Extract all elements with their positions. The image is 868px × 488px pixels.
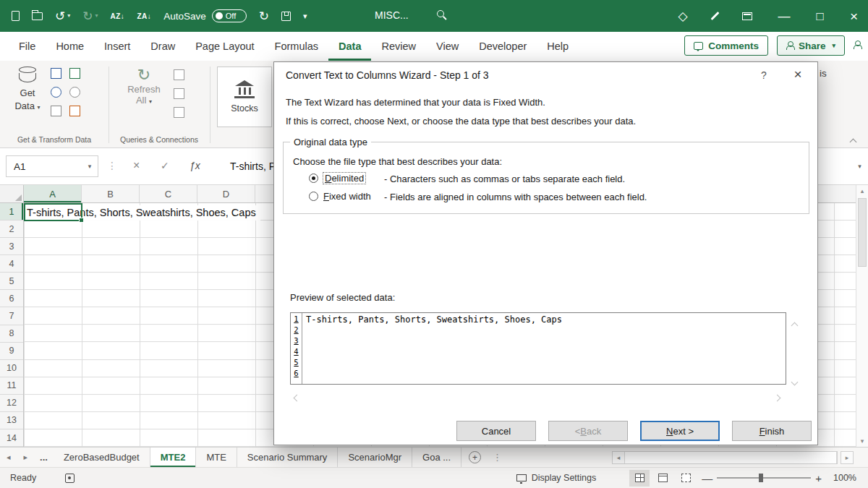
sort-ascending-button[interactable]: AZ↓ <box>111 12 125 20</box>
sheet-tab-scenariomgr[interactable]: ScenarioMgr <box>338 448 412 467</box>
select-all-corner[interactable] <box>0 185 24 202</box>
page-layout-view-button[interactable] <box>652 470 673 487</box>
get-data-button[interactable]: Get Data ▾ <box>7 67 48 132</box>
zoom-level[interactable]: 100% <box>833 473 856 483</box>
macro-record-icon[interactable] <box>65 474 75 483</box>
horizontal-scroll-thumb[interactable] <box>624 452 837 463</box>
normal-view-button[interactable] <box>629 470 650 487</box>
person-add-icon[interactable] <box>854 39 861 52</box>
row-header-11[interactable]: 11 <box>0 377 23 395</box>
undo-button[interactable]: ↺▾ <box>55 10 70 22</box>
vertical-scrollbar[interactable]: ▴ ▾ <box>856 185 868 447</box>
maximize-button[interactable]: □ <box>817 10 824 22</box>
autosave-control[interactable]: AutoSave Off <box>163 9 247 22</box>
preview-scroll-down-icon[interactable] <box>792 376 797 387</box>
row-header-2[interactable]: 2 <box>0 221 23 238</box>
cancel-button[interactable]: Cancel <box>456 421 536 441</box>
tab-home[interactable]: Home <box>46 32 94 61</box>
save-button[interactable] <box>281 12 291 21</box>
fixed-width-label[interactable]: Fixed width <box>323 191 371 202</box>
row-header-12[interactable]: 12 <box>0 395 23 412</box>
scroll-left-icon[interactable]: ◂ <box>613 454 624 461</box>
preview-scroll-right-icon[interactable] <box>775 392 780 403</box>
open-file-button[interactable] <box>32 12 43 20</box>
fill-handle[interactable] <box>79 218 84 223</box>
tab-data[interactable]: Data <box>328 32 371 61</box>
from-web-icon[interactable] <box>51 87 61 98</box>
preview-scroll-up-icon[interactable] <box>792 320 797 330</box>
tab-help[interactable]: Help <box>537 32 579 61</box>
dialog-close-button[interactable]: × <box>787 65 809 84</box>
row-header-13[interactable]: 13 <box>0 412 23 429</box>
confirm-entry-button[interactable]: ✓ <box>161 160 169 171</box>
vertical-scroll-thumb[interactable] <box>858 198 867 267</box>
row-header-1[interactable]: 1 <box>0 203 23 221</box>
tab-review[interactable]: Review <box>371 32 426 61</box>
page-break-view-button[interactable] <box>676 470 696 487</box>
sort-descending-button[interactable]: ZA↓ <box>137 12 151 20</box>
new-file-button[interactable] <box>12 11 20 21</box>
sheet-view-button[interactable]: ◇ <box>678 10 688 22</box>
display-settings-button[interactable]: Display Settings <box>516 473 597 483</box>
existing-connections-icon[interactable] <box>51 106 61 116</box>
scroll-down-icon[interactable]: ▾ <box>856 437 868 445</box>
tab-page-layout[interactable]: Page Layout <box>185 32 264 61</box>
qat-customize-button[interactable]: ▾ <box>303 12 307 21</box>
column-header-c[interactable]: C <box>140 185 197 202</box>
column-header-b[interactable]: B <box>82 185 140 202</box>
zoom-slider-thumb[interactable] <box>759 474 763 482</box>
cancel-entry-button[interactable]: × <box>133 159 140 172</box>
name-box[interactable]: A1 ▾ <box>6 155 98 177</box>
back-button[interactable]: < Back <box>548 421 628 441</box>
formula-bar-expand-button[interactable]: ▾ <box>854 155 866 177</box>
row-header-7[interactable]: 7 <box>0 307 23 325</box>
draw-button[interactable] <box>714 11 716 21</box>
ribbon-display-options-button[interactable] <box>742 12 752 20</box>
autosave-toggle[interactable]: Off <box>212 9 247 22</box>
from-text-csv-icon[interactable] <box>51 68 61 79</box>
refresh-button[interactable]: ↻ <box>259 10 269 22</box>
zoom-out-button[interactable]: — <box>702 472 712 484</box>
sheet-tab-mte2[interactable]: MTE2 <box>150 448 197 467</box>
row-header-3[interactable]: 3 <box>0 238 23 255</box>
row-header-4[interactable]: 4 <box>0 255 23 273</box>
fixed-width-radio[interactable] <box>309 192 318 201</box>
row-header-14[interactable]: 14 <box>0 429 23 447</box>
stocks-data-type-button[interactable]: Stocks <box>217 67 272 127</box>
next-button[interactable]: Next > <box>640 421 720 441</box>
tab-view[interactable]: View <box>426 32 469 61</box>
insert-function-button[interactable]: ƒx <box>190 160 200 171</box>
horizontal-scrollbar[interactable]: ◂ <box>612 451 838 464</box>
row-header-6[interactable]: 6 <box>0 290 23 307</box>
close-button[interactable]: × <box>850 9 858 23</box>
delimited-radio[interactable] <box>309 174 318 183</box>
sheet-nav-right-button[interactable]: ▸ <box>17 448 35 467</box>
new-sheet-button[interactable]: + <box>469 451 481 463</box>
redo-button[interactable]: ↻▾ <box>82 10 98 22</box>
share-button[interactable]: Share ▾ <box>777 35 845 56</box>
row-header-10[interactable]: 10 <box>0 360 23 377</box>
tab-formulas[interactable]: Formulas <box>265 32 328 61</box>
zoom-slider[interactable] <box>717 477 811 479</box>
minimize-button[interactable]: — <box>778 10 791 22</box>
sheet-overflow-button[interactable]: ... <box>34 448 54 467</box>
search-button[interactable] <box>437 10 444 17</box>
delimited-label[interactable]: Delimited <box>323 173 365 184</box>
row-header-5[interactable]: 5 <box>0 273 23 290</box>
from-table-range-icon[interactable] <box>69 68 80 79</box>
row-header-8[interactable]: 8 <box>0 325 23 343</box>
tab-draw[interactable]: Draw <box>140 32 185 61</box>
tab-splitter-handle[interactable]: ⋮ <box>493 452 502 463</box>
comments-button[interactable]: Comments <box>684 35 768 56</box>
finish-button[interactable]: Finish <box>732 421 812 441</box>
data-source-icon[interactable] <box>69 106 80 116</box>
sheet-nav-left-button[interactable]: ◂ <box>0 448 17 467</box>
scroll-up-icon[interactable]: ▴ <box>856 187 868 194</box>
sheet-tab-scenario-summary[interactable]: Scenario Summary <box>237 448 339 467</box>
column-header-a[interactable]: A <box>24 185 82 202</box>
refresh-all-button[interactable]: ↻ Refresh All ▾ <box>120 67 168 106</box>
tab-insert[interactable]: Insert <box>94 32 140 61</box>
sheet-tab-mte[interactable]: MTE <box>196 448 237 467</box>
edit-links-icon[interactable] <box>174 107 184 118</box>
collapse-ribbon-button[interactable] <box>851 134 856 147</box>
